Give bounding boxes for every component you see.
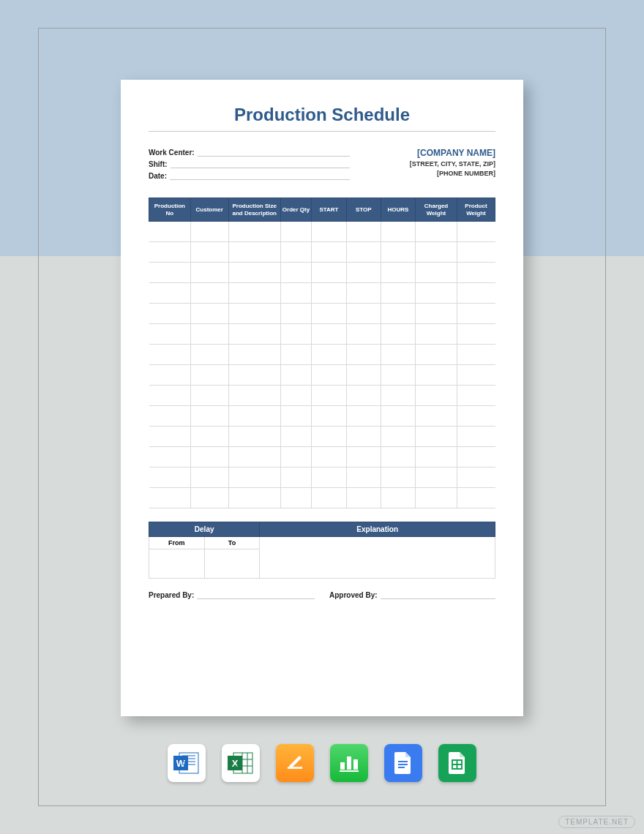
col-start: START	[312, 198, 346, 222]
date-row: Date:	[149, 171, 350, 180]
svg-rect-18	[340, 770, 359, 772]
approved-by-label: Approved By:	[329, 591, 378, 599]
signoff-row: Prepared By: Approved By:	[149, 590, 495, 599]
header-section: Work Center: Shift: Date: [COMPANY NAME]…	[149, 148, 495, 183]
table-row	[149, 467, 495, 488]
prepared-by-field[interactable]	[197, 590, 315, 599]
shift-label: Shift:	[149, 160, 168, 168]
date-label: Date:	[149, 172, 167, 180]
explanation-cell[interactable]	[260, 537, 495, 579]
work-center-row: Work Center:	[149, 148, 350, 157]
svg-rect-21	[398, 767, 405, 768]
col-charged-weight: Charged Weight	[416, 198, 457, 222]
col-production-no: Production No	[149, 198, 191, 222]
preview-frame: Production Schedule Work Center: Shift: …	[38, 28, 606, 806]
format-icons-row: W X	[168, 744, 476, 782]
approved-by-row: Approved By:	[329, 590, 495, 599]
col-delay: Delay	[149, 522, 260, 537]
google-docs-icon[interactable]	[384, 744, 422, 782]
numbers-icon[interactable]	[330, 744, 368, 782]
svg-rect-15	[340, 762, 345, 770]
prepared-by-row: Prepared By:	[149, 590, 315, 599]
to-cell[interactable]	[204, 549, 260, 579]
excel-icon[interactable]: X	[222, 744, 260, 782]
table-row	[149, 427, 495, 447]
svg-rect-19	[398, 761, 408, 762]
col-explanation: Explanation	[260, 522, 495, 537]
col-customer: Customer	[190, 198, 228, 222]
work-center-label: Work Center:	[149, 149, 195, 157]
col-stop: STOP	[346, 198, 381, 222]
table-row	[149, 406, 495, 427]
table-row	[149, 386, 495, 406]
watermark: TEMPLATE.NET	[558, 816, 635, 828]
header-right: [COMPANY NAME] [STREET, CITY, STATE, ZIP…	[410, 148, 495, 183]
approved-by-field[interactable]	[381, 590, 495, 599]
col-size-desc: Production Size and Description	[228, 198, 280, 222]
delay-table: Delay Explanation From To	[149, 522, 495, 579]
table-row	[149, 222, 495, 242]
table-row	[149, 345, 495, 365]
col-from: From	[149, 537, 205, 549]
table-row	[149, 304, 495, 324]
table-row	[149, 365, 495, 386]
header-left: Work Center: Shift: Date:	[149, 148, 350, 183]
company-phone: [PHONE NUMBER]	[410, 170, 495, 177]
google-sheets-icon[interactable]	[438, 744, 476, 782]
from-cell[interactable]	[149, 549, 205, 579]
table-row	[149, 263, 495, 283]
production-table: Production No Customer Production Size a…	[149, 198, 495, 508]
table-row	[149, 324, 495, 345]
svg-text:W: W	[176, 758, 186, 769]
svg-rect-17	[353, 759, 358, 770]
col-to: To	[204, 537, 260, 549]
prepared-by-label: Prepared By:	[149, 591, 194, 599]
word-icon[interactable]: W	[168, 744, 206, 782]
work-center-field[interactable]	[198, 148, 350, 157]
company-name: [COMPANY NAME]	[410, 148, 495, 158]
svg-rect-20	[398, 764, 408, 765]
pages-icon[interactable]	[276, 744, 314, 782]
delay-header-row: Delay Explanation	[149, 522, 495, 537]
table-row	[149, 283, 495, 304]
svg-rect-16	[347, 756, 351, 770]
table-body	[149, 222, 495, 508]
col-product-weight: Product Weight	[457, 198, 495, 222]
document-page: Production Schedule Work Center: Shift: …	[121, 80, 523, 716]
col-hours: HOURS	[381, 198, 415, 222]
table-row	[149, 447, 495, 467]
svg-rect-14	[288, 767, 302, 769]
col-order-qty: Order Qty	[280, 198, 312, 222]
table-row	[149, 242, 495, 263]
delay-subheader-row: From To	[149, 537, 495, 549]
shift-row: Shift:	[149, 159, 350, 168]
table-header-row: Production No Customer Production Size a…	[149, 198, 495, 222]
date-field[interactable]	[170, 171, 350, 180]
company-address: [STREET, CITY, STATE, ZIP]	[410, 160, 495, 168]
shift-field[interactable]	[171, 159, 350, 168]
table-row	[149, 488, 495, 508]
page-title: Production Schedule	[149, 105, 495, 132]
